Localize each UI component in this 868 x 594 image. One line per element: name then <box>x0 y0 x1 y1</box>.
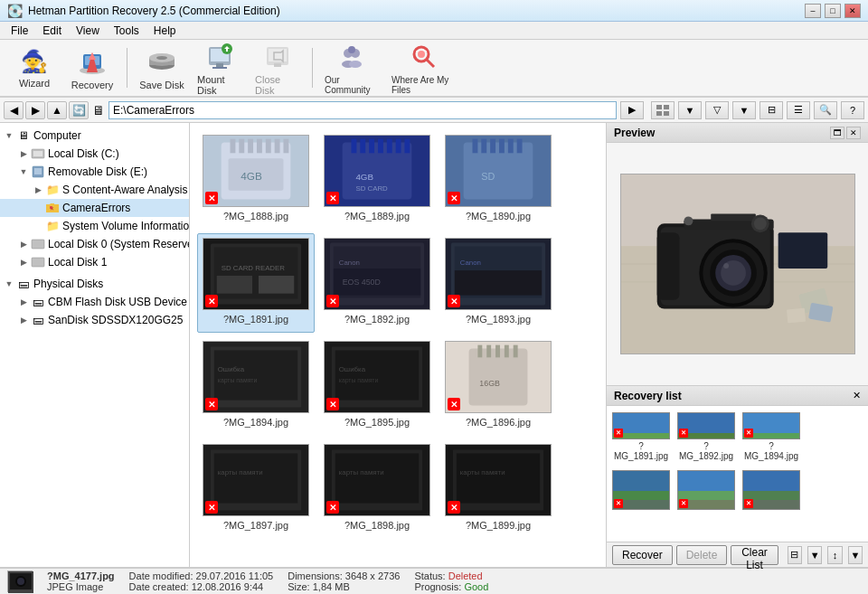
tree-item-local-0[interactable]: ▶ Local Disk 0 (System Reserved) <box>0 235 189 253</box>
svg-rect-11 <box>212 67 227 69</box>
tree-label-computer: Computer <box>33 129 81 142</box>
file-thumb-1896[interactable]: 16GB ✕ ?MG_1896.jpg <box>439 336 557 436</box>
tree-item-system-vol[interactable]: ▶ 📁 System Volume Information <box>0 217 189 235</box>
tree-toggle-sandisk[interactable]: ▶ <box>16 313 31 327</box>
recovery-item-4[interactable]: ✕ <box>610 467 672 522</box>
recovery-item-6[interactable]: ✕ <box>741 467 802 522</box>
tree-toggle-local-0[interactable]: ▶ <box>16 237 31 251</box>
tree-item-cbm-flash[interactable]: ▶ 🖴 CBM Flash Disk USB Device <box>0 293 189 311</box>
svg-rect-40 <box>248 139 253 154</box>
back-button[interactable]: ◀ <box>4 101 24 119</box>
file-thumb-1888[interactable]: 4GB ✕ ?MG_1888.jpg <box>197 130 315 230</box>
preview-expand-button[interactable]: 🗖 <box>830 127 844 139</box>
svg-text:✕: ✕ <box>50 206 54 212</box>
recovery-item-1891[interactable]: ✕ ?MG_1891.jpg <box>610 410 672 464</box>
file-thumb-1895[interactable]: Ошибка карты памяти ✕ ?MG_1895.jpg <box>318 336 436 436</box>
svg-text:SD CARD: SD CARD <box>355 184 388 193</box>
file-panel: 4GB ✕ ?MG_1888.jpg 4GB <box>190 123 606 567</box>
preview-close-button[interactable]: ✕ <box>846 127 861 139</box>
tree-toggle-physical-disks[interactable]: ▼ <box>2 277 16 291</box>
recovery-sort-dropdown[interactable]: ▼ <box>848 546 863 564</box>
tree-item-sandisk[interactable]: ▶ 🖴 SanDisk SDSSDX120GG25 <box>0 311 189 329</box>
thumb-label-1892: ?MG_1892.jpg <box>344 314 410 325</box>
file-thumb-1898[interactable]: карты памяти ✕ ?MG_1898.jpg <box>318 439 436 539</box>
wizard-button[interactable]: 🧙 Wizard <box>7 42 61 93</box>
menu-view[interactable]: View <box>69 23 107 39</box>
file-thumb-1893[interactable]: Canon ✕ ?MG_1893.jpg <box>439 233 557 333</box>
menu-tools[interactable]: Tools <box>107 23 146 39</box>
recovery-view-dropdown[interactable]: ▼ <box>807 546 822 564</box>
recovery-item-1892[interactable]: ✕ ?MG_1892.jpg <box>675 410 737 464</box>
maximize-button[interactable]: □ <box>825 4 841 18</box>
tree-item-local-1[interactable]: ▶ Local Disk 1 <box>0 253 189 271</box>
file-thumb-1897[interactable]: карты памяти ✕ ?MG_1897.jpg <box>197 439 315 539</box>
search-button[interactable]: 🔍 <box>814 101 837 119</box>
delete-button[interactable]: Delete <box>676 545 728 565</box>
address-go-button[interactable]: ▶ <box>620 101 644 119</box>
menu-help[interactable]: Help <box>146 23 184 39</box>
menu-edit[interactable]: Edit <box>35 23 69 39</box>
forward-button[interactable]: ▶ <box>25 101 45 119</box>
mount-disk-button[interactable]: Mount Disk <box>193 42 247 93</box>
thumb-img-1891: SD CARD READER ✕ <box>203 238 309 310</box>
file-thumb-1892[interactable]: Canon EOS 450D ✕ ?MG_1892.jpg <box>318 233 436 333</box>
file-thumb-1899[interactable]: карты памяти ✕ ?MG_1899.jpg <box>439 439 557 539</box>
help-button[interactable]: ? <box>841 101 864 119</box>
filter-dropdown-button[interactable]: ▼ <box>732 101 756 119</box>
view-list-button[interactable]: ☰ <box>787 101 810 119</box>
view-dropdown-button[interactable]: ▼ <box>678 101 702 119</box>
folder-sysv-icon: 📁 <box>45 219 60 233</box>
svg-point-130 <box>753 217 766 230</box>
svg-point-23 <box>418 51 425 58</box>
tree-item-computer[interactable]: ▼ 🖥 Computer <box>0 127 189 145</box>
thumb-img-1888: 4GB ✕ <box>203 135 309 207</box>
recover-button[interactable]: Recover <box>612 545 673 565</box>
community-button[interactable]: Our Community <box>320 42 383 93</box>
recovery-view-button[interactable]: ⊟ <box>788 546 802 564</box>
tree-toggle-removable-e[interactable]: ▼ <box>16 165 31 179</box>
tree-item-physical-disks[interactable]: ▼ 🖴 Physical Disks <box>0 275 189 293</box>
filter-button[interactable]: ▽ <box>705 101 729 119</box>
close-window-button[interactable]: ✕ <box>844 4 861 18</box>
address-input[interactable] <box>108 101 617 119</box>
tree-toggle-cbm-flash[interactable]: ▶ <box>16 295 31 309</box>
menu-file[interactable]: File <box>4 23 35 39</box>
up-button[interactable]: ▲ <box>47 101 67 119</box>
app-icon: 💽 <box>7 4 23 18</box>
tree-item-s-content[interactable]: ▶ 📁 S Content-Aware Analysis <box>0 181 189 199</box>
view-options-button[interactable]: ⊟ <box>760 101 783 119</box>
svg-rect-112 <box>457 454 540 504</box>
close-disk-button[interactable]: Close Disk <box>250 42 305 93</box>
recovery-item-1894[interactable]: ✕ ?MG_1894.jpg <box>741 410 802 464</box>
tree-item-removable-e[interactable]: ▼ Removable Disk (E:) <box>0 163 189 181</box>
save-disk-icon <box>146 45 178 78</box>
clear-list-button[interactable]: Clear List <box>731 545 778 565</box>
recovery-list-close-button[interactable]: ✕ <box>853 390 861 401</box>
svg-rect-41 <box>257 139 262 154</box>
thumb-label-1896: ?MG_1896.jpg <box>466 417 531 428</box>
file-thumb-1889[interactable]: 4GB SD CARD ✕ ?MG_1889.jpg <box>318 130 436 230</box>
file-thumb-1894[interactable]: Ошибка карты памяти ✕ ?MG_1894.jpg <box>197 336 315 436</box>
view-thumbnails-button[interactable] <box>651 101 675 119</box>
svg-rect-135 <box>787 308 806 324</box>
svg-text:EOS 450D: EOS 450D <box>343 278 381 287</box>
tree-toggle-computer[interactable]: ▼ <box>2 128 16 143</box>
tree-item-local-c[interactable]: ▶ Local Disk (C:) <box>0 145 189 163</box>
tree-toggle-local-1[interactable]: ▶ <box>16 255 31 269</box>
where-files-button[interactable]: Where Are My Files <box>387 42 459 93</box>
preview-section: Preview 🗖 ✕ <box>607 123 868 386</box>
minimize-button[interactable]: – <box>805 4 821 18</box>
recovery-item-5[interactable]: ✕ <box>675 467 737 522</box>
tree-toggle-s-content[interactable]: ▶ <box>31 183 45 197</box>
svg-rect-63 <box>499 139 505 154</box>
save-disk-button[interactable]: Save Disk <box>135 42 189 93</box>
file-thumb-1891[interactable]: SD CARD READER ✕ ?MG_1891.jpg <box>197 233 315 333</box>
svg-rect-104 <box>214 454 297 504</box>
tree-toggle-local-c[interactable]: ▶ <box>16 146 31 161</box>
refresh-button[interactable]: 🔄 <box>69 101 89 119</box>
file-thumb-1890[interactable]: SD ✕ ?MG_1890.jpg <box>439 130 557 230</box>
tree-item-camera-errors[interactable]: ▶ ✕ CameraErrors <box>0 199 189 217</box>
recovery-sort-button[interactable]: ↕ <box>827 546 842 564</box>
recovery-button[interactable]: Recovery <box>65 42 119 93</box>
error-badge-1896: ✕ <box>448 398 460 410</box>
